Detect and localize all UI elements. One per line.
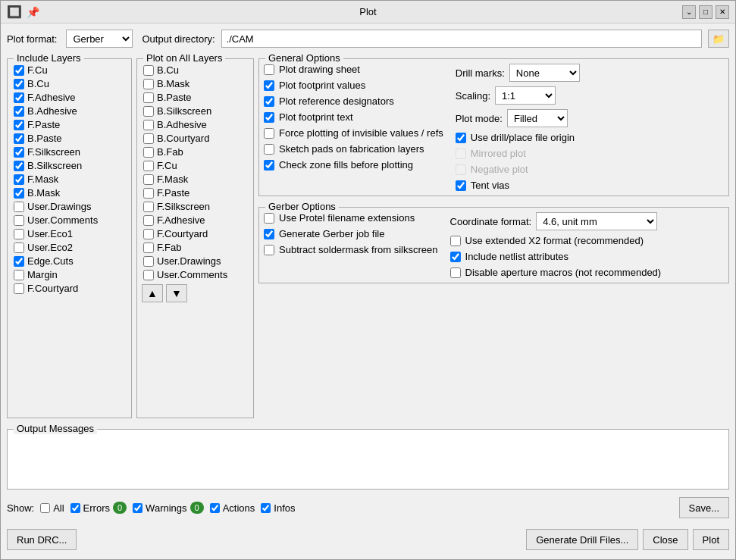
include-layer-label[interactable]: F.Courtyard — [27, 283, 78, 294]
all-layer-checkbox[interactable] — [143, 270, 154, 280]
include-layer-label[interactable]: Edge.Cuts — [27, 255, 74, 267]
all-label[interactable]: All — [53, 502, 64, 514]
include-layer-label[interactable]: F.Cu — [27, 64, 48, 76]
include-layer-checkbox[interactable] — [14, 106, 24, 117]
all-layer-label[interactable]: B.Courtyard — [157, 133, 209, 144]
all-checkbox[interactable] — [40, 503, 50, 513]
include-layer-checkbox[interactable] — [14, 283, 24, 294]
general-option-checkbox[interactable] — [264, 160, 274, 171]
include-layer-checkbox[interactable] — [14, 147, 24, 158]
general-option-checkbox[interactable] — [456, 133, 466, 143]
include-layer-checkbox[interactable] — [14, 174, 24, 185]
general-option-checkbox[interactable] — [264, 128, 274, 139]
include-layer-label[interactable]: F.Paste — [27, 119, 60, 130]
warnings-checkbox[interactable] — [133, 503, 143, 513]
general-option-checkbox[interactable] — [264, 144, 274, 155]
generate-drill-button[interactable]: Generate Drill Files... — [526, 529, 638, 550]
include-layer-checkbox[interactable] — [14, 133, 24, 144]
general-option-label[interactable]: Plot footprint text — [279, 111, 353, 123]
include-layer-checkbox[interactable] — [14, 161, 24, 171]
all-layer-checkbox[interactable] — [143, 188, 154, 199]
all-layer-label[interactable]: F.Cu — [157, 160, 177, 171]
general-option-label[interactable]: Check zone fills before plotting — [279, 159, 413, 171]
general-option-checkbox[interactable] — [264, 96, 274, 107]
gerber-option-label[interactable]: Use Protel filename extensions — [279, 212, 415, 224]
infos-checkbox[interactable] — [261, 503, 271, 513]
general-option-checkbox[interactable] — [264, 64, 274, 75]
include-layer-checkbox[interactable] — [14, 215, 24, 226]
gerber-option-checkbox[interactable] — [264, 213, 274, 224]
all-layer-checkbox[interactable] — [143, 133, 154, 144]
all-layer-checkbox[interactable] — [143, 147, 154, 158]
all-layer-label[interactable]: B.Cu — [157, 64, 179, 76]
include-layer-checkbox[interactable] — [14, 202, 24, 212]
general-option-label[interactable]: Plot drawing sheet — [279, 64, 360, 75]
include-layer-label[interactable]: User.Drawings — [27, 201, 92, 212]
all-layer-label[interactable]: F.Adhesive — [157, 214, 205, 226]
all-layer-checkbox[interactable] — [143, 161, 154, 171]
include-layer-checkbox[interactable] — [14, 79, 24, 89]
run-drc-button[interactable]: Run DRC... — [7, 529, 77, 550]
move-up-button[interactable]: ▲ — [142, 284, 163, 302]
include-layer-label[interactable]: B.Mask — [27, 187, 60, 199]
all-layer-checkbox[interactable] — [143, 92, 154, 103]
gerber-option-label[interactable]: Generate Gerber job file — [279, 228, 384, 239]
general-option-label[interactable]: Use drill/place file origin — [471, 132, 575, 143]
all-layer-checkbox[interactable] — [143, 65, 154, 76]
actions-label[interactable]: Actions — [223, 502, 255, 514]
include-layer-label[interactable]: User.Eco2 — [27, 242, 73, 253]
warnings-label[interactable]: Warnings — [146, 502, 186, 514]
general-option-dropdown[interactable]: 1:11:22:1 — [495, 86, 556, 105]
all-layer-label[interactable]: B.Mask — [157, 78, 189, 89]
general-option-label[interactable]: Tent vias — [471, 180, 509, 191]
general-option-checkbox[interactable] — [264, 112, 274, 123]
all-layer-checkbox[interactable] — [143, 215, 154, 226]
gerber-option-checkbox[interactable] — [450, 267, 461, 278]
all-layer-label[interactable]: F.Mask — [157, 174, 188, 185]
close-button[interactable]: ✕ — [716, 5, 729, 19]
include-layer-checkbox[interactable] — [14, 92, 24, 103]
include-layer-checkbox[interactable] — [14, 229, 24, 239]
include-layer-label[interactable]: F.Adhesive — [27, 92, 76, 103]
all-layer-checkbox[interactable] — [143, 202, 154, 212]
all-layer-label[interactable]: B.Silkscreen — [157, 105, 211, 117]
include-layer-checkbox[interactable] — [14, 242, 24, 253]
all-layer-label[interactable]: B.Adhesive — [157, 119, 207, 130]
minimize-button[interactable]: ⌄ — [682, 5, 696, 19]
gerber-option-dropdown[interactable]: 4.5, unit mm4.6, unit mm — [536, 212, 657, 230]
close-button-bottom[interactable]: Close — [643, 529, 687, 550]
gerber-option-checkbox[interactable] — [264, 245, 274, 255]
maximize-button[interactable]: □ — [699, 5, 713, 19]
include-layer-label[interactable]: B.Silkscreen — [27, 160, 82, 171]
all-layer-label[interactable]: User.Drawings — [157, 255, 221, 267]
gerber-option-label[interactable]: Use extended X2 format (recommended) — [465, 235, 644, 246]
general-option-checkbox[interactable] — [456, 180, 466, 191]
general-option-dropdown[interactable]: NoneSmallActual size — [509, 64, 580, 82]
include-layer-label[interactable]: F.Silkscreen — [27, 146, 80, 158]
all-layer-label[interactable]: F.Silkscreen — [157, 201, 210, 212]
gerber-option-checkbox[interactable] — [450, 252, 461, 262]
gerber-option-checkbox[interactable] — [450, 236, 461, 246]
general-option-label[interactable]: Force plotting of invisible values / ref… — [279, 127, 443, 139]
all-layer-checkbox[interactable] — [143, 79, 154, 89]
include-layer-label[interactable]: B.Paste — [27, 133, 62, 144]
include-layer-label[interactable]: User.Comments — [27, 214, 98, 226]
infos-label[interactable]: Infos — [274, 502, 295, 514]
general-option-dropdown[interactable]: FilledSketch — [507, 109, 568, 127]
output-dir-input[interactable] — [221, 30, 702, 48]
errors-checkbox[interactable] — [70, 503, 80, 513]
include-layer-label[interactable]: User.Eco1 — [27, 228, 73, 239]
plot-button[interactable]: Plot — [693, 529, 729, 550]
all-layer-checkbox[interactable] — [143, 106, 154, 117]
include-layer-checkbox[interactable] — [14, 188, 24, 199]
include-layer-checkbox[interactable] — [14, 120, 24, 130]
gerber-option-label[interactable]: Include netlist attributes — [465, 251, 569, 262]
move-down-button[interactable]: ▼ — [166, 284, 187, 302]
all-layer-checkbox[interactable] — [143, 120, 154, 130]
include-layer-checkbox[interactable] — [14, 65, 24, 76]
general-option-checkbox[interactable] — [264, 80, 274, 91]
browse-folder-button[interactable]: 📁 — [708, 30, 729, 48]
all-layer-checkbox[interactable] — [143, 242, 154, 253]
general-option-label[interactable]: Plot footprint values — [279, 80, 365, 91]
all-layer-checkbox[interactable] — [143, 229, 154, 239]
